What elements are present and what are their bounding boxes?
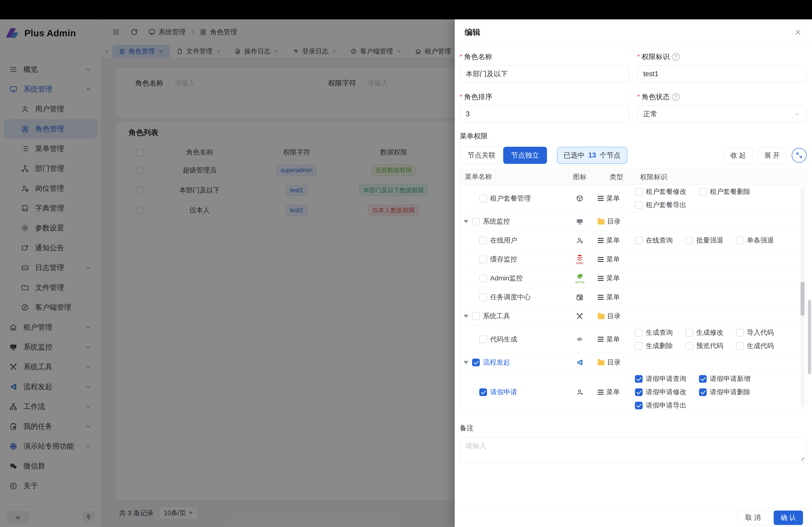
drawer-scrollbar-thumb[interactable] <box>808 300 811 374</box>
tree-node-label: 在线用户 <box>490 236 517 245</box>
menu-type-icon <box>598 390 604 395</box>
type-label: 菜单 <box>606 194 620 203</box>
tree-col-icon: 图标 <box>562 172 598 182</box>
online-user-icon <box>562 237 598 244</box>
tree-scrollbar-thumb[interactable] <box>800 282 804 316</box>
node-independent-button[interactable]: 节点独立 <box>503 147 547 164</box>
node-linked-button[interactable]: 节点关联 <box>460 147 503 164</box>
package-icon <box>562 195 598 202</box>
tree-checkbox[interactable] <box>472 359 480 366</box>
perm-checkbox[interactable] <box>635 329 643 336</box>
fullscreen-button[interactable] <box>792 148 807 163</box>
help-icon: ? <box>672 93 680 101</box>
role-status-select[interactable]: 正常 <box>637 106 807 122</box>
tree-row-online-user: 在线用户 菜单 在线查询批量强退单条强退 <box>460 231 806 250</box>
perm-checkbox[interactable] <box>699 375 707 383</box>
perm-checkbox[interactable] <box>736 237 744 244</box>
close-icon[interactable] <box>794 28 802 36</box>
tree-node-label: 代码生成 <box>490 335 517 344</box>
tree-col-perm: 权限标识 <box>635 172 806 182</box>
role-sort-input[interactable]: 3 <box>460 106 629 122</box>
tree-node-label: 租户套餐管理 <box>490 194 531 203</box>
expand-all-button[interactable]: 展 开 <box>758 147 786 163</box>
perm-item: 导入代码 <box>736 328 774 337</box>
perm-checkbox[interactable] <box>635 402 643 409</box>
schedule-icon <box>562 293 598 301</box>
perm-checkbox[interactable] <box>635 201 643 209</box>
perm-checkbox[interactable] <box>685 329 693 336</box>
perm-item: 租户套餐导出 <box>635 200 686 210</box>
perm-checkbox[interactable] <box>699 188 707 196</box>
spring-icon: spring <box>562 273 598 284</box>
collapse-arrow-icon[interactable] <box>464 361 468 364</box>
tree-header: 菜单名称 图标 类型 权限标识 <box>460 169 806 185</box>
role-name-input[interactable]: 本部门及以下 <box>460 65 629 82</box>
tree-col-name: 菜单名称 <box>460 172 562 181</box>
confirm-button[interactable]: 确 认 <box>774 511 803 525</box>
menu-type-icon <box>598 295 604 300</box>
perm-checkbox[interactable] <box>736 329 744 336</box>
drawer-title: 编辑 <box>465 27 480 37</box>
tree-row-code-generation: 代码生成 菜单 生成查询生成修改导入代码生成删除预览代码生成代码 <box>460 326 806 353</box>
perm-item: 在线查询 <box>635 236 673 245</box>
tools-icon <box>562 312 598 320</box>
perm-key-label: *权限标识? <box>637 52 807 62</box>
help-icon: ? <box>672 53 680 61</box>
perm-item: 请假申请新增 <box>699 374 751 383</box>
tree-checkbox[interactable] <box>479 256 487 263</box>
tree-row-admin-monitor: Admin监控 spring 菜单 <box>460 269 806 288</box>
tree-node-label: 缓存监控 <box>490 255 517 264</box>
tree-row-system-tools: 系统工具 目录 <box>460 307 806 326</box>
perm-checkbox[interactable] <box>685 342 693 350</box>
remark-textarea[interactable]: 请输入 <box>460 437 807 463</box>
tree-checkbox[interactable] <box>472 312 480 320</box>
type-label: 目录 <box>607 358 621 367</box>
cancel-button[interactable]: 取 消 <box>737 511 768 525</box>
tree-checkbox[interactable] <box>479 195 487 202</box>
tree-checkbox[interactable] <box>472 218 480 225</box>
person-leave-icon <box>562 388 598 396</box>
perm-item: 请假申请修改 <box>635 388 686 397</box>
tree-checkbox[interactable] <box>479 388 487 396</box>
collapse-all-button[interactable]: 收 起 <box>724 147 752 163</box>
modal-overlay[interactable] <box>0 19 455 527</box>
selected-count: 13 <box>588 151 596 160</box>
tree-checkbox[interactable] <box>479 237 487 244</box>
menu-permission-tree: 菜单名称 图标 类型 权限标识 租户套餐管理 菜单 租户套餐修改租户套餐删除租户… <box>460 169 807 410</box>
collapse-arrow-icon[interactable] <box>464 315 468 318</box>
perm-item: 单条强退 <box>736 236 774 245</box>
tree-node-label: 请假申请 <box>490 388 517 397</box>
node-mode-segmented: 节点关联 节点独立 <box>460 147 547 164</box>
tree-col-type: 类型 <box>598 172 635 182</box>
perm-checkbox[interactable] <box>635 388 643 396</box>
perm-item: 请假申请查询 <box>635 374 686 383</box>
collapse-arrow-icon[interactable] <box>464 220 468 223</box>
perm-item: 生成修改 <box>685 328 723 337</box>
redis-icon: redis <box>562 254 598 265</box>
menu-permission-controls: 节点关联 节点独立 已选中13个节点 收 起 展 开 <box>460 147 807 164</box>
perm-checkbox[interactable] <box>699 388 707 396</box>
expand-icon <box>795 151 803 159</box>
perm-checkbox[interactable] <box>685 237 693 244</box>
perm-checkbox[interactable] <box>635 375 643 383</box>
folder-icon <box>598 314 605 319</box>
perm-key-input[interactable]: test1 <box>637 65 807 82</box>
drawer-footer: 取 消 确 认 <box>455 508 812 527</box>
perm-checkbox[interactable] <box>635 237 643 244</box>
perm-checkbox[interactable] <box>736 342 744 350</box>
perm-checkbox[interactable] <box>635 342 643 350</box>
menu-type-icon <box>598 238 604 243</box>
tree-node-label: 任务调度中心 <box>490 292 531 302</box>
type-label: 菜单 <box>606 388 620 397</box>
tree-checkbox[interactable] <box>479 335 487 343</box>
tree-checkbox[interactable] <box>479 274 487 282</box>
perm-item: 请假申请删除 <box>699 388 751 397</box>
vscode-icon <box>562 359 598 366</box>
type-label: 菜单 <box>606 236 620 245</box>
menu-permission-label: 菜单权限 <box>460 132 807 141</box>
perm-checkbox[interactable] <box>635 188 643 196</box>
drawer-body: *角色名称 本部门及以下 *权限标识? test1 *角色排序 3 *角色状态?… <box>455 45 812 508</box>
tree-checkbox[interactable] <box>479 293 487 301</box>
perm-item: 生成删除 <box>635 341 673 350</box>
type-label: 菜单 <box>606 255 620 264</box>
